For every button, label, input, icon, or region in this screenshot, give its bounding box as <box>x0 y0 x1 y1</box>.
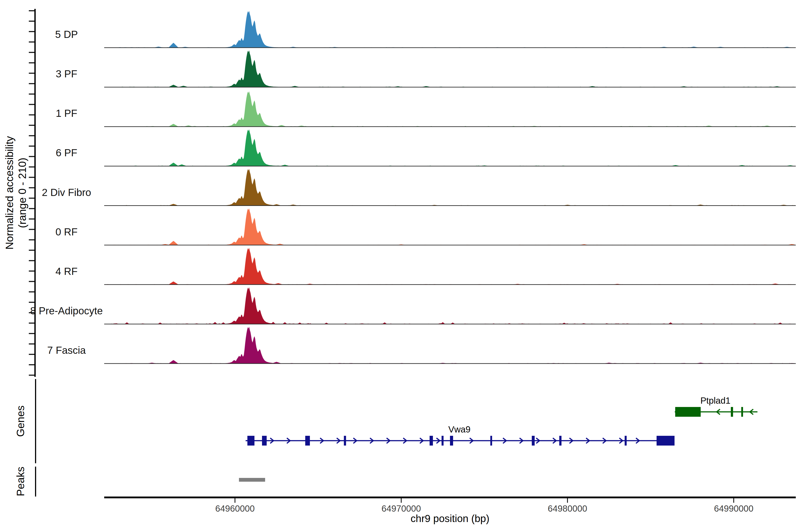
coverage-plot-canvas <box>0 0 798 532</box>
x-tick-label-64960000: 64960000 <box>215 504 255 514</box>
y-axis-tick <box>29 198 34 199</box>
track-label-8-pre-adipocyte: 8 Pre-Adipocyte <box>30 305 102 317</box>
y-axis-tick <box>29 333 34 334</box>
y-axis-tick <box>29 94 34 95</box>
track-baseline <box>104 363 796 364</box>
peak-interval <box>239 478 265 482</box>
y-axis-tick <box>29 291 34 292</box>
x-tick-label-64970000: 64970000 <box>381 504 421 514</box>
x-axis-tick <box>401 498 402 503</box>
x-axis-tick <box>567 498 568 503</box>
track-baseline <box>104 324 796 324</box>
gene-ptplad1-label: Ptplad1 <box>701 396 730 406</box>
x-axis-title: chr9 position (bp) <box>411 513 489 525</box>
y-axis-tick <box>29 208 34 209</box>
track-label-3-pf: 3 PF <box>56 68 77 80</box>
y-axis-tick <box>29 187 34 188</box>
peaks-section-label: Peaks <box>14 467 26 496</box>
y-axis-spine <box>34 9 36 377</box>
track-baseline <box>104 245 796 245</box>
y-axis-title-line2: (range 0 - 210) <box>16 136 29 250</box>
signal-area-7-fascia <box>104 327 796 363</box>
track-label-6-pf: 6 PF <box>56 147 77 159</box>
y-axis-tick <box>29 10 34 11</box>
coverage-plot-figure: Normalized accessibility (range 0 - 210)… <box>0 0 798 532</box>
gene-vwa9-exon <box>657 436 674 445</box>
y-axis-tick <box>29 343 34 344</box>
gene-vwa9-exon <box>532 436 535 445</box>
y-axis-title-line1: Normalized accessibility <box>3 136 16 250</box>
y-axis-tick <box>29 104 34 105</box>
track-baseline <box>104 48 796 48</box>
signal-area-6-pf <box>104 129 796 166</box>
track-baseline <box>104 126 796 127</box>
signal-area-5-dp <box>104 11 796 48</box>
y-axis-title: Normalized accessibility (range 0 - 210) <box>3 136 29 250</box>
gene-vwa9-exon <box>305 436 310 445</box>
signal-area-8-pre-adipocyte <box>104 287 796 324</box>
gene-vwa9-exon <box>625 436 627 445</box>
track-label-7-fascia: 7 Fascia <box>47 344 86 356</box>
track-baseline <box>104 87 796 88</box>
gene-vwa9-exon <box>262 436 267 445</box>
gene-vwa9-exon <box>430 436 433 445</box>
track-baseline <box>104 205 796 206</box>
x-axis-tick <box>733 498 734 503</box>
x-tick-label-64990000: 64990000 <box>714 504 754 514</box>
gene-vwa9-body-line <box>246 440 674 441</box>
signal-area-3-pf <box>104 50 796 87</box>
y-axis-tick <box>29 239 34 240</box>
y-axis-tick <box>29 73 34 74</box>
y-axis-tick <box>29 302 34 303</box>
track-label-1-pf: 1 PF <box>56 107 77 119</box>
y-axis-tick <box>29 114 34 115</box>
y-axis-tick <box>29 156 34 157</box>
x-axis-tick <box>234 498 235 503</box>
track-label-0-rf: 0 RF <box>55 226 78 238</box>
y-axis-tick <box>29 62 34 63</box>
gene-vwa9-exon <box>450 436 453 445</box>
gene-vwa9-label: Vwa9 <box>448 424 470 435</box>
y-axis-tick <box>29 218 34 220</box>
gene-vwa9-exon <box>490 436 492 445</box>
track-baseline <box>104 284 796 285</box>
signal-area-4-rf <box>104 248 796 285</box>
y-axis-tick <box>29 260 34 261</box>
y-axis-tick <box>29 354 34 355</box>
y-axis-tick <box>29 364 34 365</box>
y-axis-tick <box>29 146 34 147</box>
y-axis-tick <box>29 229 34 230</box>
gene-vwa9-exon <box>344 436 346 445</box>
gene-ptplad1-exon <box>731 407 733 417</box>
y-axis-tick <box>29 167 34 168</box>
track-label-2-div-fibro: 2 Div Fibro <box>42 186 91 198</box>
y-axis-tick <box>29 41 34 42</box>
y-axis-tick <box>29 21 34 22</box>
y-axis-tick <box>29 250 34 251</box>
track-baseline <box>104 166 796 167</box>
y-axis-tick <box>29 125 34 126</box>
gene-ptplad1-exon <box>675 407 701 417</box>
peaks-bracket <box>35 467 36 496</box>
signal-area-1-pf <box>104 91 796 127</box>
genes-section-label: Genes <box>14 405 26 437</box>
signal-area-2-div-fibro <box>104 169 796 206</box>
gene-vwa9-exon <box>559 436 562 445</box>
y-axis-tick <box>29 83 34 84</box>
y-axis-tick <box>29 281 34 282</box>
signal-area-0-rf <box>104 208 796 245</box>
x-axis-line <box>104 496 796 498</box>
track-label-4-rf: 4 RF <box>55 265 78 277</box>
x-tick-label-64980000: 64980000 <box>548 504 587 514</box>
gene-vwa9-exon <box>441 436 443 445</box>
y-axis-tick <box>29 323 34 324</box>
y-axis-tick <box>29 270 34 271</box>
y-axis-tick <box>29 52 34 53</box>
y-axis-tick <box>29 31 34 32</box>
gene-vwa9-exon <box>247 436 254 445</box>
genes-bracket <box>35 379 36 463</box>
y-axis-tick <box>29 135 34 136</box>
track-label-5-dp: 5 DP <box>55 28 78 40</box>
gene-ptplad1-exon <box>741 407 743 417</box>
y-axis-tick <box>29 375 34 376</box>
